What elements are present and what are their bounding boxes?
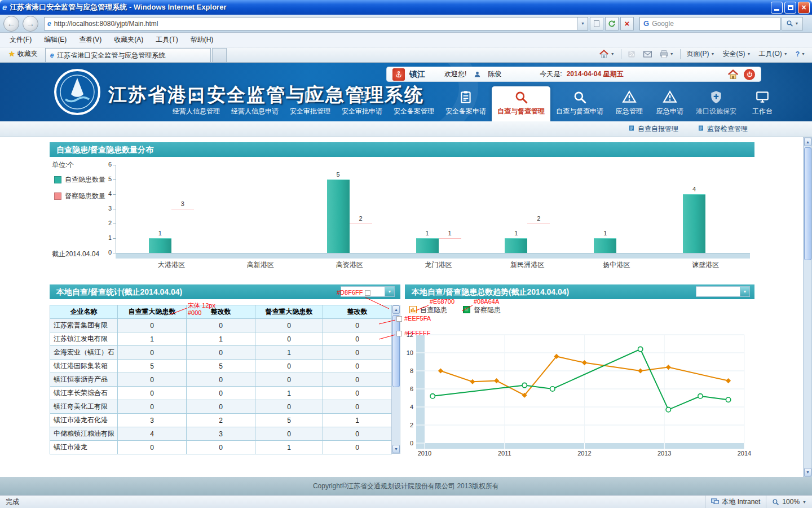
system-logo [54,69,100,117]
scroll-down-icon[interactable]: ▼ [804,468,811,476]
bar-supervise [439,238,461,253]
menu-item-1[interactable]: 编辑(E) [38,33,73,46]
search-input[interactable]: G Google [639,17,780,30]
table-row[interactable]: 中储粮镇江粮油有限4300 [50,427,392,441]
bar-value-label: 4 [683,186,705,192]
table-row[interactable]: 镇江恒泰沥青产品0000 [50,373,392,387]
bar-value-label: 1 [416,230,439,237]
x-axis-band [116,253,750,259]
address-input[interactable]: e http://localhost:8080/yjpt/Main.html ▼ [44,17,588,30]
menu-item-0[interactable]: 文件(F) [3,33,38,46]
home-button[interactable]: ▼ [595,48,618,60]
print-button[interactable]: ▼ [656,49,677,60]
nav-item-label: 港口设施保安 [696,107,736,116]
table-row[interactable]: 镇江奇美化工有限0000 [50,400,392,414]
new-tab-button[interactable] [212,48,227,62]
table-row[interactable]: 江苏镇江发电有限1100 [50,332,392,346]
scroll-down-icon[interactable]: ▼ [392,445,400,453]
bar-supervise [171,209,194,253]
y-tick-label: 6 [98,161,112,168]
svg-text:10: 10 [407,349,413,356]
system-title: 江苏省港口安全监管与应急管理系统 [108,82,424,108]
report-icon [698,125,704,133]
read-mail-button[interactable] [640,49,655,59]
table-column-header: 自查重大隐患数 [118,305,187,319]
mail-icon [643,51,652,58]
toolbar-button-1[interactable]: 安全(S)▼ [720,47,754,60]
user-info-strip: 镇江 欢迎您! 陈俊 今天是: 2014-04-04 星期五 [386,67,761,82]
minimize-button[interactable] [771,2,783,14]
menu-item-5[interactable]: 帮助(H) [184,33,220,46]
toolbar-button-0[interactable]: 页面(P)▼ [683,47,718,60]
zoom-pane[interactable]: 100% ▼ [766,496,812,508]
table-row[interactable]: 镇江李长荣综合石0010 [50,387,392,400]
value-cell: 0 [118,387,187,400]
page-scrollbar[interactable]: ▲ ▼ [803,137,812,477]
orange-line-annotation: #E68700 [430,298,454,305]
user-icon [471,68,483,81]
scroll-up-icon[interactable]: ▲ [804,138,811,146]
nav-item-11[interactable]: 工作台 [742,86,783,121]
city-name: 镇江 [409,69,425,80]
table-row[interactable]: 镇江港国际集装箱5500 [50,360,392,373]
trend-chart-svg: 02468101220102011201220132014 [405,315,754,457]
nav-item-7[interactable]: 自查与督查申请 [550,86,609,121]
window-title: 江苏省港口安全监管与应急管理系统 - Windows Internet Expl… [10,2,769,12]
subnav-item-0[interactable]: 自查自报管理 [628,124,678,134]
browser-tab[interactable]: e 江苏省港口安全监管与应急管理系统 [45,48,211,62]
stop-button[interactable]: × [620,17,634,30]
bar-panel-header: 自查隐患/督查隐患数量分布 [50,142,754,157]
home-shortcut-button[interactable] [727,68,739,81]
nav-item-9[interactable]: 应急申请 [650,86,690,121]
forward-button[interactable]: → [23,16,38,32]
compatibility-view-button[interactable] [590,17,603,30]
menu-item-2[interactable]: 查看(V) [73,33,108,46]
table-row[interactable]: 镇江市港龙0010 [50,441,392,454]
warning-icon [622,90,637,104]
svg-text:0: 0 [410,440,413,446]
value-cell: 0 [118,373,187,387]
date-value: 2014-04-04 星期五 [567,69,624,79]
subnav-item-1[interactable]: 监督检查管理 [698,124,748,134]
value-cell: 0 [323,427,392,441]
refresh-button[interactable] [605,17,619,30]
table-row[interactable]: 江苏索普集团有限0000 [50,319,392,332]
table-row[interactable]: 金海宏业（镇江）石0010 [50,346,392,360]
bar-self-check [594,238,616,253]
value-cell: 1 [323,414,392,427]
back-button[interactable]: ← [3,16,19,32]
table-scrollbar[interactable]: ▲ ▼ [391,305,400,454]
menu-item-4[interactable]: 工具(T) [149,33,184,46]
help-button[interactable]: ?▼ [792,49,809,60]
nav-item-label: 自查与督查管理 [497,107,545,116]
toolbar-button-2[interactable]: 工具(O)▼ [755,47,791,60]
logout-power-button[interactable] [744,69,755,80]
nav-item-5[interactable]: 安全备案申请 [440,86,492,121]
scroll-up-icon[interactable]: ▲ [392,305,400,314]
tab-title: 江苏省港口安全监管与应急管理系统 [57,51,165,60]
legend-swatch [409,306,417,315]
nav-item-8[interactable]: 应急管理 [609,86,650,121]
chevron-down-icon[interactable]: ▼ [740,287,749,296]
favorites-button[interactable]: ★ 收藏夹 [3,47,43,61]
feeds-button[interactable] [624,49,639,60]
table-scroll-thumb[interactable] [392,315,400,387]
page-scroll-thumb[interactable] [804,147,811,260]
menu-item-3[interactable]: 收藏夹(A) [108,33,149,46]
svg-text:2011: 2011 [498,450,511,457]
trend-legend-item-0: 自查隐患 [409,305,447,315]
user-name[interactable]: 陈俊 [488,69,501,79]
maximize-button[interactable] [784,2,796,14]
nav-item-6[interactable]: 自查与督查管理 [492,86,550,121]
search-button[interactable]: ▼ [782,17,803,30]
nav-item-10[interactable]: 港口设施保安 [690,86,742,121]
close-button[interactable]: × [798,2,810,14]
y-tick-label: 2 [98,220,112,226]
nav-item-label: 安全审批申请 [342,107,382,116]
table-row[interactable]: 镇江市港龙石化港3251 [50,414,392,427]
address-dropdown-arrow[interactable]: ▼ [577,17,588,30]
trend-chart-legend: 自查隐患督察隐患 [409,305,501,315]
trend-filter-dropdown[interactable]: ▼ [696,286,750,297]
svg-text:8: 8 [410,367,413,374]
chevron-down-icon[interactable]: ▼ [385,287,394,296]
